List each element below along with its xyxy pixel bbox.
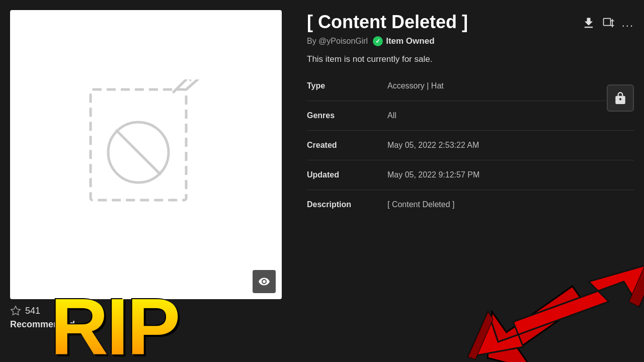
table-row: Updated May 05, 2022 9:12:57 PM [307,165,634,185]
table-row [307,96,634,106]
author-label: By @yPoisonGirl [307,37,368,46]
font-icon[interactable] [602,16,616,30]
updated-value: May 05, 2022 9:12:57 PM [387,165,634,185]
table-row: Created May 05, 2022 2:53:22 AM [307,136,634,155]
right-panel: [ Content Deleted ] ... By @yPoisonGir [307,10,634,322]
table-separator [307,101,634,101]
table-row: Type Accessory | Hat [307,76,634,96]
svg-marker-6 [11,306,20,315]
view-button[interactable] [253,270,276,293]
recommended-label: Recommended [10,319,292,330]
owned-text: Item Owned [386,36,434,46]
item-image-box [10,10,282,299]
lock-icon [614,92,627,105]
lock-button[interactable] [607,84,634,112]
created-value: May 05, 2022 2:53:22 AM [387,136,634,155]
owned-check-icon [373,36,383,46]
star-icon [10,305,21,316]
eye-icon [258,276,270,288]
table-row [307,155,634,165]
download-icon[interactable] [582,16,596,30]
svg-line-1 [186,79,206,89]
table-separator [307,130,634,131]
more-options-button[interactable]: ... [622,17,634,30]
type-value: Accessory | Hat [387,76,634,96]
item-title: [ Content Deleted ] [307,12,468,32]
updated-label: Updated [307,165,387,185]
svg-line-5 [117,131,160,174]
table-row [307,125,634,136]
svg-rect-7 [603,19,610,26]
rating-row: 541 [10,305,292,316]
created-label: Created [307,136,387,155]
toolbar: ... [582,12,634,30]
type-label: Type [307,76,387,96]
not-for-sale-text: This item is not currently for sale. [307,54,634,64]
genres-value: All [387,106,634,125]
details-table: Type Accessory | Hat Genres All Created … [307,76,634,214]
table-separator [307,190,634,190]
genres-label: Genres [307,106,387,125]
main-container: 541 Recommended [ Content Deleted ] [0,0,644,322]
owned-badge: Item Owned [373,36,434,46]
author-row: By @yPoisonGirl Item Owned [307,36,634,46]
table-row: Description [ Content Deleted ] [307,195,634,214]
table-separator [307,160,634,160]
table-row [307,185,634,195]
description-value: [ Content Deleted ] [387,195,634,214]
left-panel: 541 Recommended [10,10,292,322]
top-bar: [ Content Deleted ] ... [307,12,634,32]
deleted-svg [75,79,216,230]
rating-count: 541 [25,306,40,316]
deleted-content-icon [75,79,216,230]
table-row: Genres All [307,106,634,125]
description-label: Description [307,195,387,214]
